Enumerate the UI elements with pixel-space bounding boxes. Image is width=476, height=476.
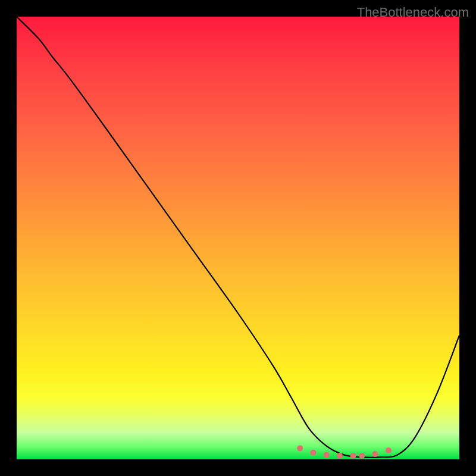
gradient-background xyxy=(17,17,459,459)
curve-dot xyxy=(324,452,330,458)
curve-dot xyxy=(337,453,343,459)
curve-dot xyxy=(297,445,303,451)
curve-dot xyxy=(350,453,356,459)
chart-svg xyxy=(17,17,459,459)
chart-plot-area xyxy=(17,17,459,459)
watermark-text: TheBottleneck.com xyxy=(357,5,469,20)
curve-dot xyxy=(359,453,365,459)
curve-dot xyxy=(311,450,317,456)
bottleneck-curve xyxy=(17,17,459,458)
curve-dot xyxy=(372,451,378,457)
curve-dot xyxy=(386,447,392,453)
